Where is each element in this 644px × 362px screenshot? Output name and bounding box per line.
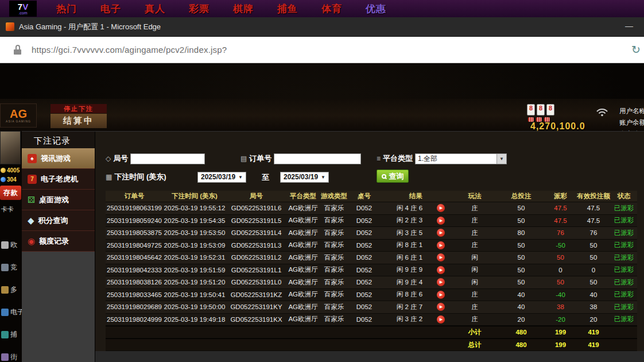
nav-item[interactable]: 热门: [56, 2, 77, 16]
cell: D052: [348, 252, 380, 264]
payout-cell: 50: [545, 276, 576, 288]
replay-button[interactable]: ▶: [437, 266, 445, 274]
cell: 250319198049725: [106, 240, 163, 252]
cell: D052: [348, 227, 380, 239]
table-row: 2503191980249992025-03-19 19:49:18GD0522…: [106, 314, 637, 326]
date-to-value: 2025/03/19: [284, 173, 318, 181]
blue-coin-icon: [1, 177, 6, 182]
cell: [611, 326, 637, 338]
status-badge: 已派彩: [611, 289, 637, 301]
cell: D052: [348, 276, 380, 288]
sidebar-item-record[interactable]: ◉额度记录: [22, 231, 95, 252]
cell: GD052253191L4: [226, 227, 286, 239]
replay-button[interactable]: ▶: [437, 229, 445, 237]
rail-item-icon: [1, 286, 9, 294]
minimize-button[interactable]: —: [622, 21, 636, 30]
cell: 闲: [452, 276, 498, 288]
cell: D052: [348, 240, 380, 252]
left-rail-menu: 欧竞多电子捕街: [0, 240, 22, 362]
rail-item[interactable]: 电子: [0, 307, 22, 317]
round-input[interactable]: [130, 153, 205, 164]
rail-item[interactable]: 街: [0, 352, 22, 362]
payout-cell: -20: [545, 314, 576, 326]
cell: 250319198033465: [106, 289, 163, 301]
rail-item[interactable]: 欧: [0, 240, 22, 250]
url-text[interactable]: https://gci.7vvvvvv.com/agingame/pcv2/in…: [32, 45, 227, 55]
nav-item[interactable]: 捕鱼: [277, 2, 298, 16]
rail-item[interactable]: 多: [0, 285, 22, 295]
nav-item[interactable]: 彩票: [189, 2, 210, 16]
result-text: 闲 3 庄 5: [397, 229, 422, 237]
platform-label: 平台类型: [383, 153, 413, 164]
cell: 40: [498, 289, 545, 301]
sidebar-item-diamond[interactable]: ◆积分查询: [22, 210, 95, 231]
date-from-group: 2025/03/19 ▼: [197, 171, 246, 183]
rail-item-icon: [1, 331, 9, 338]
dice-icon: ⚄: [28, 195, 35, 204]
payout-cell: 38: [545, 301, 576, 313]
site-logo[interactable]: 7V .com: [9, 1, 37, 17]
cell: 250319198029689: [106, 301, 163, 313]
rail-item-label: 竞: [10, 263, 17, 272]
time-label: 下注时间 (美东): [114, 172, 166, 182]
nav-item[interactable]: 电子: [100, 2, 121, 16]
cell: GD052253191L2: [226, 252, 286, 264]
replay-button[interactable]: ▶: [437, 278, 445, 286]
payout-cell: 0: [545, 264, 576, 276]
nav-item[interactable]: 优惠: [366, 2, 386, 16]
lock-icon: [14, 45, 21, 55]
cell: 419: [576, 326, 611, 338]
cell: AG欧洲厅: [286, 240, 320, 252]
cell: D052: [348, 314, 380, 326]
result-text: 闲 9 庄 9: [397, 265, 422, 274]
search-button[interactable]: 查询: [377, 170, 409, 183]
replay-button[interactable]: ▶: [437, 291, 445, 299]
date-to-picker[interactable]: 2025/03/19 ▼: [280, 172, 329, 183]
nav-item[interactable]: 真人: [145, 2, 165, 16]
rail-item-icon: [1, 264, 9, 271]
rail-item-label: 欧: [10, 240, 17, 250]
replay-button[interactable]: ▶: [437, 315, 445, 324]
diamond-icon: ◆: [28, 216, 34, 225]
cell: 199: [545, 326, 576, 338]
rail-item[interactable]: 捕: [0, 330, 22, 340]
sidebar-item-dice[interactable]: ⚄桌面游戏: [22, 190, 95, 210]
cell: 百家乐: [320, 252, 348, 264]
avatar: [0, 131, 21, 164]
cell: 50: [498, 252, 545, 264]
total-row: 总计480199419: [106, 338, 637, 351]
cell: 250319198045642: [106, 252, 163, 264]
date-from-picker[interactable]: 2025/03/19 ▼: [197, 172, 246, 183]
replay-button[interactable]: ▶: [437, 303, 445, 311]
column-header: 总投注: [498, 191, 545, 202]
nav-item[interactable]: 体育: [321, 2, 342, 16]
cell: 百家乐: [320, 227, 348, 239]
replay-button[interactable]: ▶: [437, 253, 445, 261]
deposit-button[interactable]: 存款: [0, 186, 21, 200]
replay-button[interactable]: ▶: [437, 241, 445, 249]
cell: [380, 339, 452, 351]
nav-item[interactable]: 棋牌: [233, 2, 254, 16]
rail-item[interactable]: 竞: [0, 263, 22, 272]
replay-button[interactable]: ▶: [437, 217, 445, 225]
column-header: 订单号: [106, 191, 163, 202]
cell: [380, 326, 452, 338]
order-input[interactable]: [274, 153, 361, 164]
cell: [320, 339, 348, 351]
cell: 庄: [452, 227, 498, 239]
cell: 百家乐: [320, 289, 348, 301]
payout-cell: -40: [545, 289, 576, 301]
refresh-icon[interactable]: ↻: [631, 43, 644, 56]
panel-bottom-strip: [95, 351, 644, 362]
cell: 80: [498, 227, 545, 239]
payout-cell: 50: [545, 252, 576, 264]
replay-button[interactable]: ▶: [437, 204, 445, 212]
cell: 百家乐: [320, 215, 348, 227]
stop-bet-banner: 停止下注: [51, 104, 107, 113]
to-label: 至: [262, 172, 269, 183]
sidebar-item-slot[interactable]: 7电子老虎机: [22, 169, 95, 190]
sidebar-item-cards[interactable]: ♠视讯游戏: [22, 148, 95, 169]
status-badge: 已派彩: [611, 252, 637, 264]
result-cell: 闲 2 庄 7▶: [380, 301, 452, 313]
platform-select[interactable]: 1.全部 ▼: [415, 153, 507, 164]
